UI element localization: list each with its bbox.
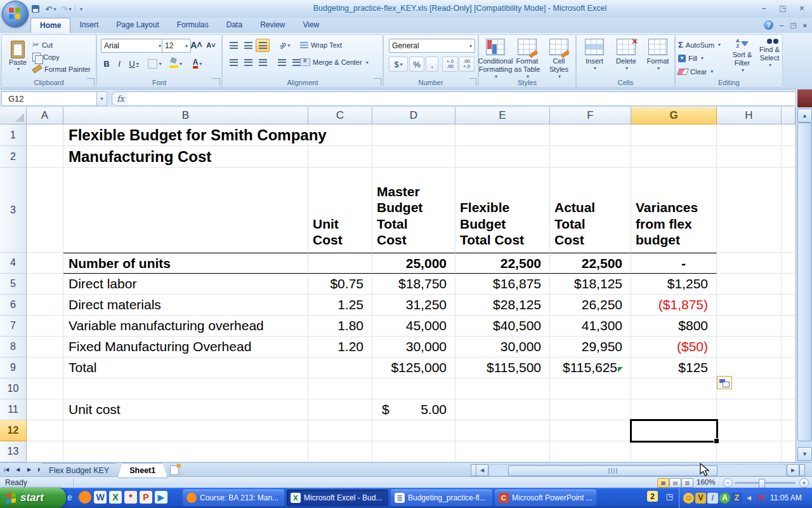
zoom-slider-track[interactable] [735,482,796,484]
vertical-scrollbar[interactable]: ▲ ▼ [796,107,812,462]
ribbon-tab-formulas[interactable]: Formulas [168,18,218,33]
format-cells-button[interactable]: Format [643,37,673,84]
task-powerpoint-button[interactable]: CMicrosoft PowerPoint ... [495,490,596,506]
zoom-in-icon[interactable]: + [799,478,809,488]
row-header-9[interactable]: 9 [0,358,27,378]
cut-button[interactable]: ✂ Cut [32,39,53,51]
cell-A8[interactable] [27,337,63,358]
cell-F3[interactable]: Actual Total Cost [550,168,631,253]
decrease-indent-button[interactable] [275,56,289,69]
cell-F11[interactable] [550,399,631,420]
cell-x4[interactable] [782,253,796,274]
cell-H6[interactable] [717,295,782,316]
normal-view-button[interactable]: ▦ [657,478,669,488]
cell-G8[interactable]: ($50) [631,337,717,358]
column-header-A[interactable]: A [27,107,63,124]
align-bottom-button[interactable] [256,39,270,52]
cell-E9[interactable]: $115,500 [455,358,550,378]
column-header-C[interactable]: C [308,107,372,124]
font-name-combo[interactable]: Arial [101,39,164,53]
zonealarm-icon[interactable]: Z [731,493,742,504]
cell-E12[interactable] [455,420,550,441]
comma-style-button[interactable]: , [426,57,438,72]
align-left-button[interactable] [226,56,240,69]
row-header-8[interactable]: 8 [0,337,27,358]
cell-A7[interactable] [27,316,63,337]
cell-F9[interactable]: $115,625 [550,358,631,378]
cell-H5[interactable] [717,274,782,295]
cell-H11[interactable] [717,399,782,420]
accounting-format-button[interactable]: $ [389,57,408,72]
cell-B3[interactable] [63,168,308,253]
cell-F4[interactable]: 22,500 [550,253,631,274]
formula-input[interactable] [128,91,796,106]
name-box[interactable]: G12 [1,91,103,106]
align-right-button[interactable] [256,56,270,69]
column-header-B[interactable]: B [63,107,308,124]
copy-button[interactable]: Copy [32,51,60,63]
word-icon[interactable]: W [94,491,107,504]
paste-button[interactable]: Paste [4,37,31,79]
cell-x9[interactable] [782,358,796,378]
hscroll-split-handle[interactable] [799,464,805,476]
cell-C12[interactable] [308,420,372,441]
cell-A1[interactable] [27,124,63,146]
align-top-button[interactable] [226,39,240,52]
task-firefox-course-icon[interactable] [187,493,197,503]
cell-G5[interactable]: $1,250 [631,274,717,295]
cell-E2[interactable] [455,146,550,168]
cell-G10[interactable] [631,378,717,399]
row-header-5[interactable]: 5 [0,274,27,295]
cell-C9[interactable] [308,358,372,378]
cell-A2[interactable] [27,146,63,168]
cell-A6[interactable] [27,295,63,316]
number-dialog-launcher-icon[interactable] [469,78,476,86]
cell-C13[interactable] [308,441,372,462]
cell-G1[interactable] [631,124,717,146]
vertical-scroll-thumb[interactable] [797,123,812,441]
cell-H3[interactable] [717,168,782,253]
security-shield-icon[interactable]: V [695,493,706,504]
cell-A13[interactable] [27,441,63,462]
selected-cell-outline[interactable] [630,419,718,443]
cell-B11[interactable]: Unit cost [63,399,308,420]
column-header-H[interactable]: H [717,107,782,124]
cell-C8[interactable]: 1.20 [308,337,372,358]
cell-B2[interactable]: Manufacturing Cost [63,146,308,168]
cell-H8[interactable] [717,337,782,358]
font-color-button[interactable]: A [188,57,206,70]
cell-E1[interactable] [455,124,550,146]
cell-G7[interactable]: $800 [631,316,717,337]
row-header-6[interactable]: 6 [0,295,27,316]
cell-C11[interactable] [308,399,372,420]
zoom-slider-thumb[interactable] [759,479,765,488]
cell-G6[interactable]: ($1,875) [631,295,717,316]
task-powerpoint-icon[interactable]: C [499,493,509,503]
cell-G3[interactable]: Variances from flex budget [631,168,717,253]
volume-icon[interactable]: ◄ [743,493,754,504]
messenger-smiley-icon[interactable]: ☺ [683,493,694,504]
ribbon-tab-review[interactable]: Review [251,18,294,33]
workbook-restore-button[interactable]: ◳ [790,21,796,29]
ribbon-tab-view[interactable]: View [294,18,328,33]
cell-E3[interactable]: Flexible Budget Total Cost [455,168,550,253]
scroll-up-icon[interactable]: ▲ [797,109,812,123]
cell-C10[interactable] [308,378,372,399]
powerpoint-icon[interactable]: P [140,491,152,504]
cell-D4[interactable]: 25,000 [372,253,455,274]
row-header-13[interactable]: 13 [0,441,27,462]
cell-A9[interactable] [27,358,63,378]
cell-F7[interactable]: 41,300 [550,316,631,337]
decrease-decimal-button[interactable]: .00 +.0 [459,57,475,72]
name-box-dropdown-icon[interactable]: ▾ [96,91,107,106]
cell-B12[interactable] [63,420,308,441]
fill-button[interactable]: ▼ Fill [678,52,704,64]
cell-x8[interactable] [782,337,796,358]
cell-F12[interactable] [550,420,631,441]
cell-E13[interactable] [455,441,550,462]
cell-E10[interactable] [455,378,550,399]
cell-E5[interactable]: $16,875 [455,274,550,295]
cell-x13[interactable] [782,441,796,462]
help-icon[interactable]: ? [764,20,773,30]
cell-D1[interactable] [372,124,455,146]
